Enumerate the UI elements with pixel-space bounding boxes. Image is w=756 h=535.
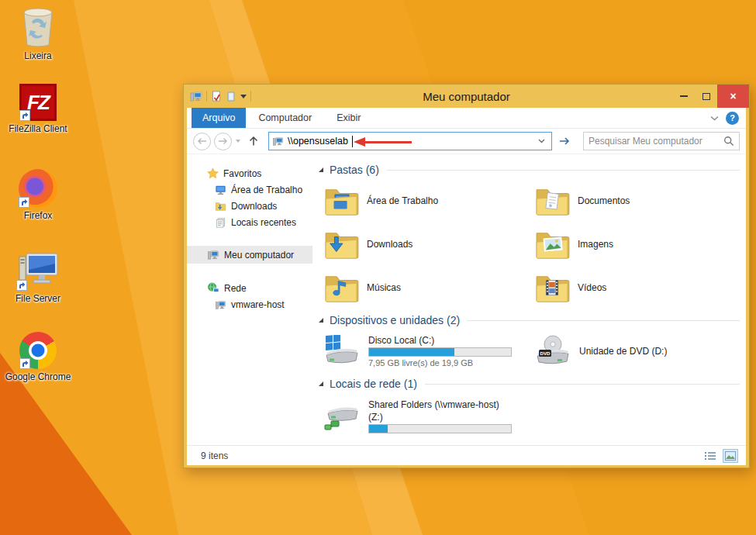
sidebar-item-downloads[interactable]: Downloads [187,198,312,214]
folder-tile-videos[interactable]: Vídeos [534,266,740,309]
capacity-bar [368,424,512,433]
desktop-icon-label: Firefox [24,210,53,221]
documents-folder-icon [534,186,570,216]
shortcut-arrow-icon [16,280,27,291]
collapse-group-icon[interactable] [319,318,323,323]
go-button[interactable] [555,132,574,150]
group-rule [468,320,740,321]
window-controls: × [672,85,749,108]
back-arrow-icon [197,137,207,145]
computer-icon [207,249,219,261]
computer-monitor-icon [16,250,60,291]
expand-ribbon-chevron-icon[interactable] [710,116,719,121]
help-button[interactable]: ? [726,112,739,125]
recent-places-icon [215,217,226,228]
details-view-button[interactable] [702,449,718,463]
folder-tile-area-de-trabalho[interactable]: Área de Trabalho [323,179,534,223]
group-rule [387,170,740,171]
desktop-icon-label: File Server [16,293,60,304]
sidebar-item-favoritos[interactable]: Favoritos [187,165,312,181]
desktop-icon-recycle-bin[interactable]: Lixeira [2,5,74,62]
new-window-icon[interactable] [226,91,236,102]
folder-tile-downloads[interactable]: Downloads [323,223,534,266]
tile-label: Documentos [578,195,630,206]
search-input[interactable] [589,136,723,147]
sidebar-item-label: Área de Trabalho [231,185,302,195]
tab-arquivo[interactable]: Arquivo [192,108,246,128]
dvd-drive-icon: DVD [534,334,571,368]
desktop-icon-filezilla[interactable]: FZ FileZilla Client [2,84,74,135]
maximize-icon [702,93,710,100]
sidebar-spacer [187,230,312,246]
sidebar-item-locais-recentes[interactable]: Locais recentes [187,214,312,230]
sidebar-item-label: Rede [224,283,247,294]
sidebar-item-rede[interactable]: Rede [187,280,312,296]
shortcut-arrow-icon [19,197,29,208]
go-arrow-icon [559,136,570,146]
local-disk-icon [323,335,361,368]
sidebar-item-label: Downloads [231,201,277,212]
svg-text:DVD: DVD [540,350,551,356]
computer-icon [215,299,226,310]
search-icon [723,136,734,147]
folder-tile-imagens[interactable]: Imagens [534,223,740,266]
sidebar-item-meu-computador[interactable]: Meu computador [187,246,312,264]
close-button[interactable]: × [717,85,749,108]
tab-computador[interactable]: Computador [246,108,324,128]
quick-access-toolbar [184,90,251,102]
firefox-icon [19,169,57,208]
chevron-down-icon [538,139,545,143]
group-title: Locais de rede (1) [330,378,417,390]
collapse-group-icon[interactable] [319,167,323,172]
downloads-folder-icon [215,201,226,212]
group-rule [425,384,740,385]
capacity-bar [368,347,512,357]
capacity-bar-fill [369,425,388,433]
drive-tile-dvd-d[interactable]: DVD Unidade de DVD (D:) [534,330,740,373]
desktop-icon-firefox[interactable]: Firefox [2,169,74,222]
maximize-button[interactable] [695,85,717,108]
collapse-group-icon[interactable] [319,381,323,386]
desktop-icon-label: Google Chrome [5,371,71,382]
desktop-icon-label: FileZilla Client [9,123,67,134]
computer-icon [272,136,284,147]
folders-grid: Área de Trabalho Documentos [323,179,740,309]
forward-button[interactable] [214,133,232,150]
minimize-icon [680,95,688,97]
navigation-bar: \\opensuselab [187,129,746,154]
properties-icon[interactable] [211,91,222,102]
minimize-button[interactable] [672,85,695,108]
folder-tile-documentos[interactable]: Documentos [534,179,740,223]
network-grid: Shared Folders (\\vmware-host) (Z:) [323,393,740,440]
chrome-icon [19,332,57,369]
drive-tile-disco-local-c[interactable]: Disco Local (C:) 7,95 GB livre(s) de 19,… [323,330,534,373]
address-dropdown-button[interactable] [535,139,548,143]
free-space-text: 7,95 GB livre(s) de 19,9 GB [368,358,512,368]
up-button[interactable] [244,136,263,147]
drive-tile-shared-folders-z[interactable]: Shared Folders (\\vmware-host) (Z:) [323,393,534,440]
annotation-arrow-head [354,137,365,147]
up-arrow-icon [248,136,259,147]
sidebar-item-vmware-host[interactable]: vmware-host [187,296,312,312]
tab-exibir[interactable]: Exibir [324,108,373,128]
customize-toolbar-chevron-icon[interactable] [240,95,247,98]
thumbnail-view-button[interactable] [723,449,738,463]
filezilla-icon: FZ [19,84,57,121]
sidebar-spacer [187,264,312,280]
share-label: Shared Folders (\\vmware-host) [368,399,512,410]
recent-locations-chevron-icon[interactable] [236,140,240,143]
back-button[interactable] [193,133,211,150]
desktop-icon-file-server[interactable]: File Server [2,250,74,305]
details-view-icon [705,451,716,461]
network-globe-icon [207,282,219,294]
toolbar-separator [250,91,251,102]
folder-tile-musicas[interactable]: Músicas [323,266,534,309]
desktop-icon-label: Lixeira [24,50,51,61]
title-bar[interactable]: Meu computador × [184,85,749,108]
search-box[interactable] [583,132,740,150]
annotation-arrow [354,137,412,147]
sidebar-item-area-de-trabalho[interactable]: Área de Trabalho [187,181,312,198]
devices-grid: Disco Local (C:) 7,95 GB livre(s) de 19,… [323,330,740,373]
desktop-icon-chrome[interactable]: Google Chrome [2,332,74,383]
desktop-folder-icon [323,186,359,216]
